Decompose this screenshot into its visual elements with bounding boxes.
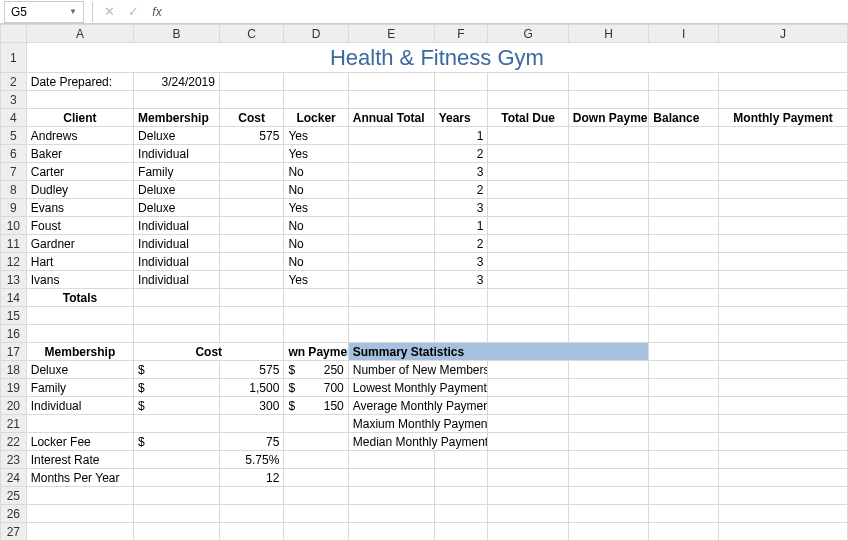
client-locker[interactable]: Yes bbox=[284, 271, 348, 289]
summary-item[interactable]: Maxium Monthly Payment bbox=[348, 415, 488, 433]
client-name[interactable]: Ivans bbox=[26, 271, 133, 289]
client-name[interactable]: Foust bbox=[26, 217, 133, 235]
client-membership[interactable]: Deluxe bbox=[134, 127, 220, 145]
membership-cost[interactable]: 1,500 bbox=[219, 379, 283, 397]
client-years[interactable]: 3 bbox=[434, 271, 488, 289]
client-cost[interactable] bbox=[219, 145, 283, 163]
row-header[interactable]: 6 bbox=[1, 145, 27, 163]
name-box[interactable]: G5 ▼ bbox=[4, 1, 84, 23]
date-prepared-label[interactable]: Date Prepared: bbox=[26, 73, 133, 91]
row-header[interactable]: 3 bbox=[1, 91, 27, 109]
locker-fee-label[interactable]: Locker Fee bbox=[26, 433, 133, 451]
totals-label[interactable]: Totals bbox=[26, 289, 133, 307]
client-membership[interactable]: Deluxe bbox=[134, 199, 220, 217]
interest-rate-label[interactable]: Interest Rate bbox=[26, 451, 133, 469]
header-cost[interactable]: Cost bbox=[219, 109, 283, 127]
row-header[interactable]: 20 bbox=[1, 397, 27, 415]
client-cost[interactable] bbox=[219, 217, 283, 235]
locker-fee-value[interactable]: 75 bbox=[219, 433, 283, 451]
row-header[interactable]: 22 bbox=[1, 433, 27, 451]
col-header[interactable]: G bbox=[488, 25, 569, 43]
client-cost[interactable] bbox=[219, 199, 283, 217]
col-header[interactable]: E bbox=[348, 25, 434, 43]
client-years[interactable]: 3 bbox=[434, 199, 488, 217]
header2-down-payment[interactable]: wn Payment bbox=[284, 343, 348, 361]
months-per-year-label[interactable]: Months Per Year bbox=[26, 469, 133, 487]
row-header[interactable]: 16 bbox=[1, 325, 27, 343]
client-years[interactable]: 1 bbox=[434, 217, 488, 235]
client-membership[interactable]: Individual bbox=[134, 271, 220, 289]
summary-item[interactable]: Lowest Monthly Payment bbox=[348, 379, 488, 397]
row-header[interactable]: 26 bbox=[1, 505, 27, 523]
formula-input[interactable] bbox=[169, 1, 848, 23]
col-header[interactable]: A bbox=[26, 25, 133, 43]
months-per-year-value[interactable]: 12 bbox=[219, 469, 283, 487]
header2-membership[interactable]: Membership bbox=[26, 343, 133, 361]
client-cost[interactable]: 575 bbox=[219, 127, 283, 145]
row-header[interactable]: 9 bbox=[1, 199, 27, 217]
row-header[interactable]: 27 bbox=[1, 523, 27, 541]
header-years[interactable]: Years bbox=[434, 109, 488, 127]
client-years[interactable]: 2 bbox=[434, 145, 488, 163]
client-locker[interactable]: Yes bbox=[284, 127, 348, 145]
col-header[interactable]: B bbox=[134, 25, 220, 43]
row-header[interactable]: 12 bbox=[1, 253, 27, 271]
row-header[interactable]: 21 bbox=[1, 415, 27, 433]
row-header[interactable]: 7 bbox=[1, 163, 27, 181]
client-name[interactable]: Hart bbox=[26, 253, 133, 271]
row-header[interactable]: 17 bbox=[1, 343, 27, 361]
col-header[interactable]: F bbox=[434, 25, 488, 43]
client-membership[interactable]: Individual bbox=[134, 145, 220, 163]
client-locker[interactable]: Yes bbox=[284, 199, 348, 217]
client-locker[interactable]: No bbox=[284, 163, 348, 181]
client-name[interactable]: Gardner bbox=[26, 235, 133, 253]
summary-item[interactable]: Number of New Members bbox=[348, 361, 488, 379]
client-cost[interactable] bbox=[219, 163, 283, 181]
client-membership[interactable]: Deluxe bbox=[134, 181, 220, 199]
header-monthly-payment[interactable]: Monthly Payment bbox=[719, 109, 848, 127]
select-all-corner[interactable] bbox=[1, 25, 27, 43]
client-years[interactable]: 2 bbox=[434, 181, 488, 199]
row-header[interactable]: 11 bbox=[1, 235, 27, 253]
row-header[interactable]: 13 bbox=[1, 271, 27, 289]
membership-cost[interactable]: 575 bbox=[219, 361, 283, 379]
header-locker[interactable]: Locker bbox=[284, 109, 348, 127]
client-membership[interactable]: Family bbox=[134, 163, 220, 181]
client-cost[interactable] bbox=[219, 271, 283, 289]
header-down-payment[interactable]: Down Payment bbox=[568, 109, 649, 127]
client-cost[interactable] bbox=[219, 181, 283, 199]
client-years[interactable]: 3 bbox=[434, 163, 488, 181]
date-prepared-value[interactable]: 3/24/2019 bbox=[134, 73, 220, 91]
row-header[interactable]: 10 bbox=[1, 217, 27, 235]
spreadsheet-grid[interactable]: A B C D E F G H I J 1 Health & Fitness G… bbox=[0, 24, 848, 540]
client-name[interactable]: Evans bbox=[26, 199, 133, 217]
membership-cost[interactable]: 300 bbox=[219, 397, 283, 415]
col-header[interactable]: C bbox=[219, 25, 283, 43]
header-total-due[interactable]: Total Due bbox=[488, 109, 569, 127]
col-header[interactable]: H bbox=[568, 25, 649, 43]
row-header[interactable]: 8 bbox=[1, 181, 27, 199]
membership-type[interactable]: Individual bbox=[26, 397, 133, 415]
summary-statistics-header[interactable]: Summary Statistics bbox=[348, 343, 649, 361]
col-header[interactable]: J bbox=[719, 25, 848, 43]
client-name[interactable]: Carter bbox=[26, 163, 133, 181]
client-cost[interactable] bbox=[219, 253, 283, 271]
client-years[interactable]: 2 bbox=[434, 235, 488, 253]
row-header[interactable]: 14 bbox=[1, 289, 27, 307]
client-locker[interactable]: No bbox=[284, 235, 348, 253]
client-locker[interactable]: No bbox=[284, 217, 348, 235]
row-header[interactable]: 24 bbox=[1, 469, 27, 487]
interest-rate-value[interactable]: 5.75% bbox=[219, 451, 283, 469]
row-header[interactable]: 19 bbox=[1, 379, 27, 397]
client-membership[interactable]: Individual bbox=[134, 217, 220, 235]
header-balance[interactable]: Balance bbox=[649, 109, 719, 127]
row-header[interactable]: 25 bbox=[1, 487, 27, 505]
client-name[interactable]: Andrews bbox=[26, 127, 133, 145]
client-name[interactable]: Baker bbox=[26, 145, 133, 163]
enter-icon[interactable]: ✓ bbox=[121, 1, 145, 23]
client-cost[interactable] bbox=[219, 235, 283, 253]
client-locker[interactable]: No bbox=[284, 181, 348, 199]
page-title[interactable]: Health & Fitness Gym bbox=[26, 43, 847, 73]
membership-type[interactable]: Family bbox=[26, 379, 133, 397]
client-locker[interactable]: Yes bbox=[284, 145, 348, 163]
